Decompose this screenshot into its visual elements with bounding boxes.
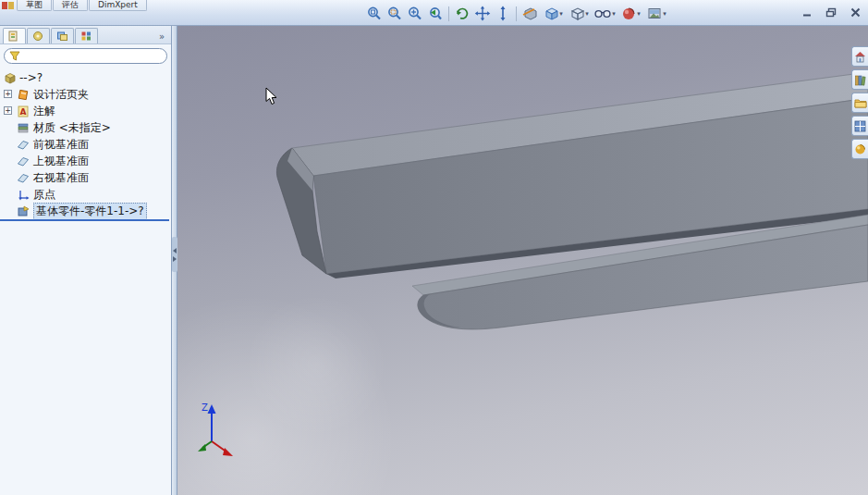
model-geometry[interactable] <box>177 26 868 495</box>
section-view-icon[interactable] <box>520 5 540 23</box>
featuremanager-panel: » -->? + 设计活页夹 + A 注解 <box>0 26 172 495</box>
minimize-button[interactable] <box>800 6 814 19</box>
toolbar-separator <box>448 6 449 21</box>
tree-item-label: 基体零件-零件1-1->? <box>33 203 147 220</box>
chevron-down-icon[interactable]: ▾ <box>559 5 563 23</box>
propertymanager-tab-icon[interactable] <box>27 28 50 43</box>
window-controls <box>800 6 862 19</box>
tree-item-label: 上视基准面 <box>33 154 89 169</box>
feature-tree: -->? + 设计活页夹 + A 注解 材质 <未指定> 前视基准面 <box>0 67 171 219</box>
configurationmanager-tab-icon[interactable] <box>51 28 74 43</box>
chevron-down-icon[interactable]: ▾ <box>585 5 589 23</box>
panel-tab-strip: » <box>0 26 171 44</box>
toolbar-separator <box>516 6 517 21</box>
apply-scene-icon[interactable]: ▾ <box>643 5 669 23</box>
chevron-down-icon[interactable]: ▾ <box>637 5 641 23</box>
edit-appearance-icon[interactable]: ▾ <box>617 5 643 23</box>
plane-icon <box>17 139 30 151</box>
zoom-in-out-icon[interactable] <box>405 5 425 23</box>
tree-item-label: 注解 <box>33 104 55 119</box>
filter-row <box>0 44 171 67</box>
chevron-down-icon[interactable]: ▾ <box>663 5 666 23</box>
appearances-icon[interactable] <box>851 139 868 159</box>
solidworks-window: 草图 评估 DimXpert <box>0 0 868 495</box>
tree-filter-input[interactable] <box>4 48 167 64</box>
tree-item-label: 材质 <未指定> <box>33 120 111 136</box>
tree-item-front-plane[interactable]: 前视基准面 <box>0 136 171 153</box>
restore-button[interactable] <box>824 6 838 19</box>
heads-up-view-toolbar: ▾ ▾ ▾ ▾ ▾ <box>364 4 669 23</box>
top-toolbar-area: 草图 评估 DimXpert <box>0 0 868 26</box>
commandmanager-tabs: 草图 评估 DimXpert <box>17 0 148 11</box>
panel-tab-overflow[interactable]: » <box>159 31 168 43</box>
tree-item-label: 设计活页夹 <box>33 87 89 103</box>
tab-dimxpert[interactable]: DimXpert <box>89 0 147 11</box>
tree-item-right-plane[interactable]: 右视基准面 <box>0 169 171 186</box>
roll-view-icon[interactable] <box>493 5 513 23</box>
plane-icon <box>17 155 30 167</box>
reference-triad: Z <box>194 396 259 489</box>
tree-item-origin[interactable]: 原点 <box>0 186 171 203</box>
view-orientation-icon[interactable]: ▾ <box>540 5 566 23</box>
collapse-left-icon <box>173 248 177 254</box>
tab-sketch[interactable]: 草图 <box>17 0 52 11</box>
task-pane-strip <box>851 46 868 159</box>
tree-item-label: -->? <box>19 71 43 84</box>
home-icon[interactable] <box>851 46 868 67</box>
material-icon <box>17 122 30 134</box>
tab-evaluate[interactable]: 评估 <box>53 0 88 11</box>
featuremanager-tab-icon[interactable] <box>3 28 26 43</box>
expand-icon[interactable]: + <box>4 106 12 115</box>
filter-funnel-icon <box>9 51 20 61</box>
collapse-right-icon <box>173 256 177 262</box>
previous-view-icon[interactable] <box>425 5 446 23</box>
mouse-cursor <box>265 87 278 105</box>
part-icon <box>3 72 16 84</box>
tree-item-top-plane[interactable]: 上视基准面 <box>0 153 171 169</box>
zoom-to-fit-icon[interactable] <box>364 5 385 23</box>
plane-icon <box>17 172 30 184</box>
display-style-icon[interactable]: ▾ <box>566 5 592 23</box>
pan-icon[interactable] <box>472 5 493 23</box>
view-palette-icon[interactable] <box>851 116 868 136</box>
file-explorer-icon[interactable] <box>851 93 868 113</box>
rotate-view-icon[interactable] <box>452 5 472 23</box>
tree-item-part-root[interactable]: -->? <box>0 69 171 86</box>
tree-item-label: 右视基准面 <box>33 170 89 186</box>
tree-item-material[interactable]: 材质 <未指定> <box>0 119 171 136</box>
tree-item-label: 前视基准面 <box>33 137 89 153</box>
chevron-down-icon[interactable]: ▾ <box>612 5 616 23</box>
tree-item-design-binder[interactable]: + 设计活页夹 <box>0 86 171 103</box>
close-button[interactable] <box>848 6 862 19</box>
svg-text:A: A <box>20 107 27 117</box>
expand-icon[interactable]: + <box>4 90 12 98</box>
graphics-viewport[interactable]: Z <box>177 26 868 495</box>
tree-item-base-part[interactable]: 基体零件-零件1-1->? <box>0 203 171 219</box>
base-part-icon <box>17 205 30 217</box>
app-corner-icon <box>2 1 15 10</box>
triad-z-label: Z <box>202 402 208 413</box>
zoom-to-area-icon[interactable] <box>385 5 405 23</box>
origin-icon <box>17 189 30 201</box>
tree-item-label: 原点 <box>33 187 55 203</box>
design-library-icon[interactable] <box>851 69 868 90</box>
displaymanager-tab-icon[interactable] <box>75 28 98 43</box>
hide-show-items-icon[interactable]: ▾ <box>592 5 617 23</box>
annotations-icon: A <box>17 105 30 118</box>
tree-item-annotations[interactable]: + A 注解 <box>0 103 171 119</box>
design-binder-icon <box>17 89 30 101</box>
